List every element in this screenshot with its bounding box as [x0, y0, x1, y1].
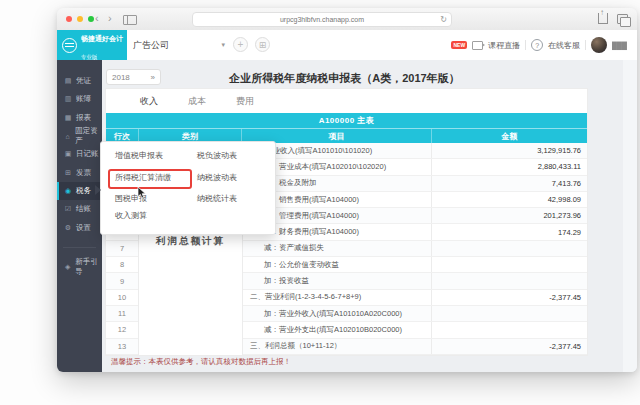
sidebar-item-settings[interactable]: ⚙ 设置 — [57, 218, 102, 236]
menu-item-vat-return[interactable]: 增值税申报表 — [115, 150, 163, 161]
sidebar-item-closing[interactable]: ☑ 结账 — [57, 200, 102, 218]
company-name: 广告公司 — [133, 39, 169, 52]
window-controls — [66, 16, 94, 22]
zoom-window-button[interactable] — [88, 16, 94, 22]
table-caption: A100000 主表 — [106, 113, 587, 128]
assets-icon: ⌂ — [64, 133, 71, 140]
menu-item-tax-fluctuation-table[interactable]: 纳税波动表 — [197, 172, 237, 183]
sidebar-item-invoice[interactable]: ⊞ 发票 — [57, 163, 102, 181]
browser-window: ‹ › urpcg3hlbfvn.chanapp.com ↻ 畅捷通好会计 专业… — [57, 8, 637, 372]
sidebar-item-journal[interactable]: ▣ 日记账 — [57, 145, 102, 163]
help-icon: ? — [531, 39, 543, 51]
add-account-button[interactable]: + — [233, 37, 248, 52]
browser-chrome: ‹ › urpcg3hlbfvn.chanapp.com ↻ — [57, 8, 637, 31]
sidebar-item-reports[interactable]: ▦ 报表 — [57, 109, 102, 127]
closing-icon: ☑ — [64, 205, 72, 213]
sidebar-item-label: 日记账 — [76, 149, 99, 159]
menu-item-tax-burden-table[interactable]: 税负波动表 — [197, 150, 237, 161]
app-logo: 畅捷通好会计 专业版 — [57, 30, 127, 60]
minimize-window-button[interactable] — [77, 16, 83, 22]
back-button[interactable]: ‹ — [95, 11, 99, 25]
right-gutter — [623, 60, 637, 372]
chevron-down-icon: ▾ — [221, 41, 225, 49]
guide-icon: ◈ — [64, 263, 71, 271]
sidebar-item-label: 结账 — [76, 204, 91, 214]
sidebar-item-beginner-guide[interactable]: ◈ 新手引导 — [57, 258, 102, 276]
sidebar-item-label: 报表 — [76, 113, 91, 123]
divider — [525, 40, 526, 50]
app-header: 畅捷通好会计 专业版 广告公司 ▾ + ⊞ NEW 课程直播 ? 在线客服 ██… — [57, 30, 637, 61]
menu-item-income-estimate[interactable]: 收入测算 — [115, 210, 147, 221]
sidebar-item-label: 固定资产 — [75, 126, 102, 146]
apps-grid-button[interactable]: ⊞ — [255, 37, 270, 52]
sidebar-item-label: 设置 — [76, 223, 91, 233]
menu-item-tax-statistics-table[interactable]: 纳税统计表 — [197, 193, 237, 204]
sidebar-item-label: 账簿 — [76, 94, 91, 104]
tab-bar: 收入 成本 费用 — [106, 89, 587, 113]
sidebar-item-label: 凭证 — [76, 76, 91, 86]
user-name[interactable]: ███ — [612, 42, 627, 49]
sidebar-nav: ▤ 凭证 ▥ 账簿 ▦ 报表 ⌂ 固定资产 ▣ 日记账 ⊞ 发票 ◉ 税务 ☑ … — [57, 60, 102, 372]
journal-icon: ▣ — [64, 150, 72, 158]
sidebar-item-label: 新手引导 — [75, 257, 102, 277]
forward-button[interactable]: › — [108, 11, 112, 25]
voucher-icon: ▤ — [64, 77, 72, 85]
popover-arrow — [95, 185, 101, 195]
invoice-icon: ⊞ — [64, 169, 72, 177]
tab-expense[interactable]: 费用 — [236, 95, 254, 108]
sidebar-item-voucher[interactable]: ▤ 凭证 — [57, 72, 102, 90]
online-support-link[interactable]: 在线客服 — [548, 40, 580, 51]
close-window-button[interactable] — [66, 16, 72, 22]
report-icon: ▦ — [64, 114, 72, 122]
tab-cost[interactable]: 成本 — [188, 95, 206, 108]
share-icon[interactable] — [598, 13, 608, 24]
tax-submenu-popover: 增值税申报表 所得税汇算清缴 国税申报 收入测算 税负波动表 纳税波动表 纳税统… — [100, 141, 276, 235]
app-name: 畅捷通好会计 — [81, 35, 123, 42]
url-bar[interactable]: urpcg3hlbfvn.chanapp.com ↻ — [192, 12, 452, 27]
live-course-link[interactable]: 课程直播 — [488, 40, 520, 51]
sidebar-item-label: 发票 — [76, 168, 91, 178]
video-camera-icon — [472, 41, 483, 50]
refresh-icon[interactable]: ↻ — [440, 13, 447, 26]
col-amount: 金额 — [431, 129, 587, 143]
sidebar-toggle-icon[interactable] — [123, 15, 137, 25]
avatar[interactable] — [591, 37, 607, 53]
sidebar-item-ledger[interactable]: ▥ 账簿 — [57, 90, 102, 108]
divider — [585, 40, 586, 50]
page-title: 企业所得税年度纳税申报表（A类，2017年版） — [122, 71, 567, 86]
sidebar-item-label: 税务 — [76, 186, 91, 196]
logo-icon — [62, 38, 77, 53]
url-text: urpcg3hlbfvn.chanapp.com — [280, 16, 364, 23]
ledger-icon: ▥ — [64, 95, 72, 103]
tab-income[interactable]: 收入 — [140, 95, 158, 108]
tabs-overview-icon[interactable] — [617, 14, 628, 24]
new-badge: NEW — [451, 41, 467, 49]
company-selector[interactable]: 广告公司 ▾ — [133, 38, 225, 52]
gear-icon: ⚙ — [64, 224, 72, 232]
cursor-pointer-icon — [137, 186, 147, 199]
sidebar-item-fixed-assets[interactable]: ⌂ 固定资产 — [57, 127, 102, 145]
sidebar-divider — [63, 247, 96, 248]
tutorial-highlight-box — [108, 169, 192, 189]
tax-icon: ◉ — [64, 187, 72, 195]
warm-tip-note: 温馨提示：本表仅供参考，请认真核对数据后再上报！ — [106, 355, 587, 369]
